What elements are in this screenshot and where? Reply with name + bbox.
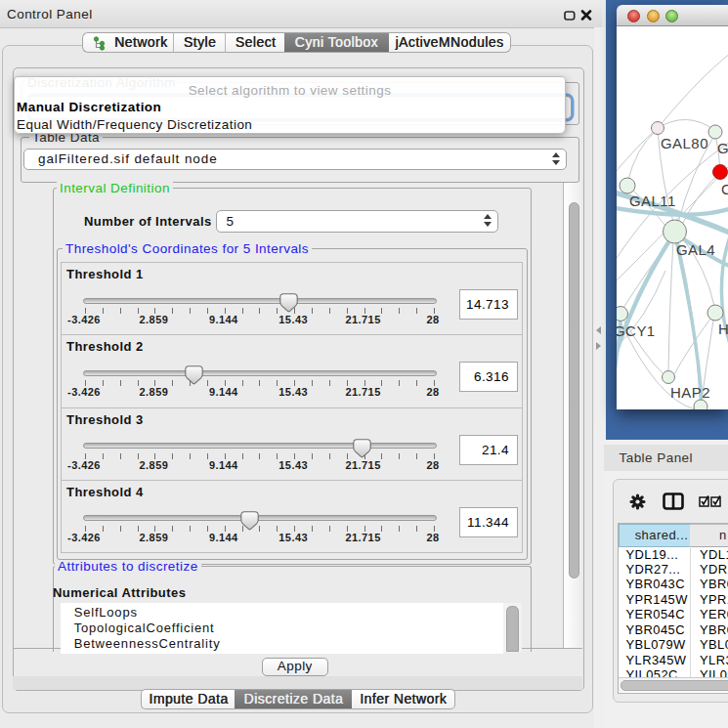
svg-text:GAL80: GAL80: [661, 135, 708, 151]
svg-text:C: C: [721, 181, 728, 197]
svg-text:GAL: GAL: [717, 140, 728, 156]
svg-text:HAP2: HAP2: [670, 384, 710, 401]
svg-text:GAL11: GAL11: [629, 193, 676, 209]
svg-text:GCY1: GCY1: [617, 322, 656, 339]
svg-text:GAL4: GAL4: [676, 241, 715, 258]
svg-text:HIS4: HIS4: [718, 321, 728, 337]
